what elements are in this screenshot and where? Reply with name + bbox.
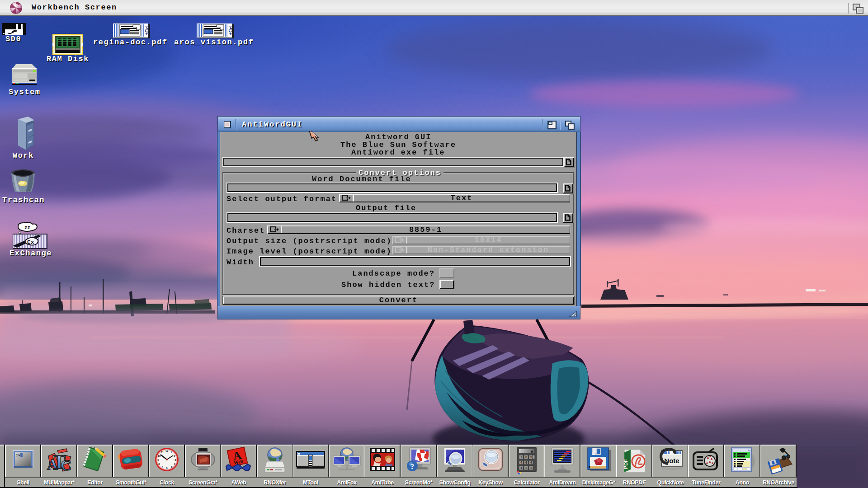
svg-text:7: 7 [520,455,522,459]
svg-text:PDF: PDF [144,26,149,35]
svg-text:2: 2 [525,466,527,470]
svg-text:0: 0 [531,450,533,454]
svg-text:?: ? [410,462,415,471]
svg-text:6: 6 [530,461,532,465]
svg-text:PDF: PDF [623,459,628,469]
svg-text:PDF: PDF [228,26,233,35]
svg-text:4: 4 [520,461,522,465]
svg-text:3: 3 [530,466,532,470]
svg-text:11: 11 [161,451,164,454]
svg-text:12: 12 [165,450,169,452]
svg-text:8: 8 [525,455,527,459]
svg-text:1: 1 [520,466,522,470]
svg-text:5: 5 [525,461,527,465]
svg-text:9: 9 [530,455,532,459]
svg-text:T: T [52,451,66,473]
svg-text:Cx: Cx [27,239,34,246]
svg-text:1>: 1> [16,453,20,457]
svg-text:zz: zz [24,225,30,230]
